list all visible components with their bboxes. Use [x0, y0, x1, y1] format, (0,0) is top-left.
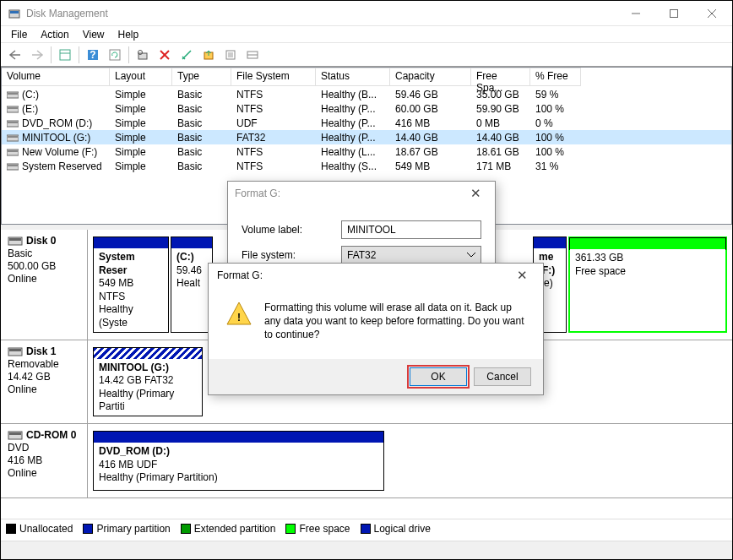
forward-button[interactable] — [27, 46, 47, 64]
help-button[interactable]: ? — [83, 46, 103, 64]
volume-label-input[interactable] — [341, 220, 481, 239]
disk-icon — [8, 429, 23, 441]
svg-text:!: ! — [237, 312, 241, 323]
col-volume[interactable]: Volume — [2, 68, 110, 86]
show-hide-button[interactable] — [55, 46, 75, 64]
col-status[interactable]: Status — [316, 68, 390, 86]
cancel-button[interactable]: Cancel — [474, 367, 531, 386]
partition[interactable]: MINITOOL (G:)14.42 GB FAT32Healthy (Prim… — [93, 347, 203, 416]
svg-rect-3 — [670, 9, 677, 17]
app-icon — [8, 7, 21, 20]
partition[interactable]: System Reser549 MB NTFSHealthy (Syste — [93, 237, 169, 333]
drive-icon — [7, 119, 19, 128]
action3-button[interactable] — [242, 46, 263, 64]
legend: UnallocatedPrimary partitionExtended par… — [1, 519, 732, 537]
volume-row[interactable]: New Volume (F:)SimpleBasicNTFSHealthy (L… — [2, 144, 731, 159]
volume-row[interactable]: DVD_ROM (D:)SimpleBasicUDFHealthy (P...4… — [2, 116, 731, 130]
svg-rect-23 — [8, 107, 18, 109]
window-title: Disk Management — [26, 8, 616, 19]
back-button[interactable] — [5, 46, 25, 64]
svg-rect-29 — [8, 150, 18, 152]
disk-icon — [8, 235, 23, 247]
menu-help[interactable]: Help — [111, 27, 146, 42]
format-dialog-title: Format G: — [235, 188, 280, 199]
action2-button[interactable] — [220, 46, 241, 64]
drive-icon — [7, 148, 19, 156]
confirm-dialog-title: Format G: — [217, 269, 263, 281]
partition[interactable]: DVD_ROM (D:)416 MB UDFHealthy (Primary P… — [93, 431, 384, 491]
svg-rect-37 — [9, 432, 21, 435]
menu-view[interactable]: View — [76, 27, 111, 42]
menu-action[interactable]: Action — [34, 27, 75, 42]
svg-rect-35 — [9, 349, 21, 351]
col-freespace[interactable]: Free Spa... — [471, 68, 530, 86]
svg-rect-31 — [8, 165, 18, 166]
action1-button[interactable] — [198, 46, 219, 64]
disk-row: CD-ROM 0DVD416 MBOnlineDVD_ROM (D:)416 M… — [1, 424, 732, 498]
format-dialog-close-button[interactable]: ✕ — [463, 186, 488, 201]
svg-rect-25 — [8, 122, 18, 123]
close-button[interactable] — [692, 1, 730, 25]
col-filesystem[interactable]: File System — [231, 68, 316, 86]
volume-label-label: Volume label: — [242, 224, 341, 236]
toolbar: ? — [1, 43, 732, 67]
menu-file[interactable]: File — [4, 27, 34, 42]
drive-icon — [7, 162, 19, 171]
col-type[interactable]: Type — [172, 68, 231, 86]
col-pctfree[interactable]: % Free — [530, 68, 581, 86]
confirm-message: Formatting this volume will erase all da… — [264, 301, 524, 342]
volume-row[interactable]: (E:)SimpleBasicNTFSHealthy (P...60.00 GB… — [2, 101, 731, 116]
legend-item: Unallocated — [6, 523, 73, 535]
col-capacity[interactable]: Capacity — [390, 68, 471, 86]
svg-rect-1 — [10, 11, 19, 14]
confirm-dialog: Format G: ✕ ! Formatting this volume wil… — [208, 263, 544, 395]
svg-text:?: ? — [90, 49, 95, 61]
filesystem-label: File system: — [242, 249, 341, 261]
warning-icon: ! — [225, 301, 252, 328]
menu-bar: File Action View Help — [1, 26, 732, 43]
confirm-dialog-close-button[interactable]: ✕ — [509, 268, 535, 283]
disk-label: CD-ROM 0DVD416 MBOnline — [1, 424, 88, 497]
maximize-button[interactable] — [654, 1, 692, 25]
disk-label: Disk 1Removable14.42 GBOnline — [1, 340, 88, 423]
svg-rect-6 — [60, 50, 70, 60]
legend-item: Primary partition — [83, 523, 170, 535]
volume-list-header: Volume Layout Type File System Status Ca… — [2, 68, 731, 86]
svg-rect-10 — [110, 50, 120, 60]
legend-item: Logical drive — [361, 523, 431, 535]
partition[interactable]: (C:)59.46Healt — [171, 237, 213, 333]
status-bar — [1, 541, 732, 559]
filesystem-select[interactable]: FAT32 — [341, 246, 481, 264]
title-bar: Disk Management — [1, 1, 732, 26]
minimize-button[interactable] — [616, 1, 654, 25]
volume-row[interactable]: System ReservedSimpleBasicNTFSHealthy (S… — [2, 159, 731, 173]
disk-icon — [8, 345, 23, 357]
col-layout[interactable]: Layout — [110, 68, 172, 86]
svg-rect-21 — [8, 93, 18, 95]
disk-label: Disk 0Basic500.00 GBOnline — [1, 230, 88, 340]
settings-button[interactable] — [133, 46, 153, 64]
svg-rect-27 — [8, 136, 18, 138]
refresh-button[interactable] — [105, 46, 125, 64]
volume-row[interactable]: MINITOOL (G:)SimpleBasicFAT32Healthy (P.… — [2, 130, 731, 144]
drive-icon — [7, 90, 19, 99]
legend-item: Free space — [285, 523, 350, 535]
volume-row[interactable]: (C:)SimpleBasicNTFSHealthy (B...59.46 GB… — [2, 87, 731, 101]
drive-icon — [7, 133, 19, 142]
ok-button[interactable]: OK — [410, 367, 467, 386]
svg-rect-33 — [9, 238, 21, 241]
delete-button[interactable] — [155, 46, 175, 64]
legend-item: Extended partition — [181, 523, 276, 535]
drive-icon — [7, 105, 19, 113]
partition[interactable]: 361.33 GBFree space — [568, 237, 727, 333]
svg-rect-17 — [228, 52, 233, 57]
properties-button[interactable] — [176, 46, 197, 64]
